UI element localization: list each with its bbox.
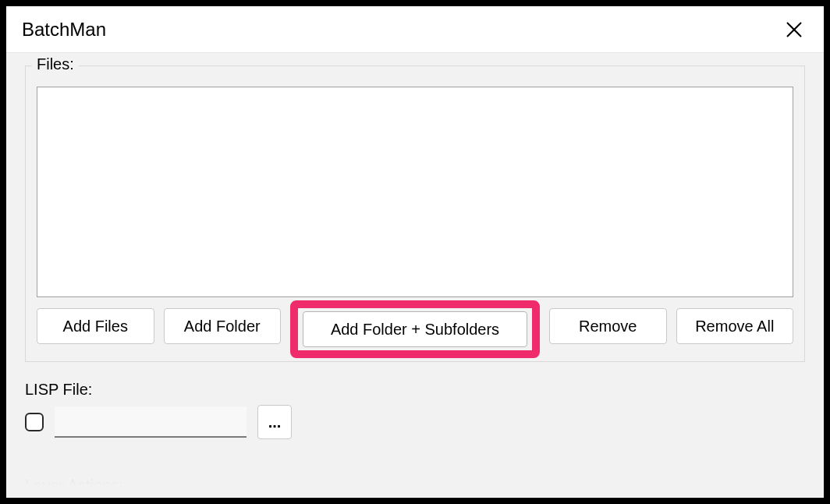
dialog-window: BatchMan Files: Add Files Add Folder Add [6,6,824,498]
title-bar: BatchMan [6,6,824,53]
layer-actions-legend: Layer Actions: [25,477,805,495]
window-title: BatchMan [22,19,780,41]
lisp-row: ... [25,405,805,439]
add-files-button[interactable]: Add Files [37,308,154,344]
lisp-browse-button[interactable]: ... [257,405,292,439]
remove-button[interactable]: Remove [549,308,667,344]
lisp-path-input[interactable] [55,406,247,438]
files-group: Files: Add Files Add Folder Add Folder +… [25,66,805,362]
close-button[interactable] [780,16,808,44]
add-folder-subfolders-button[interactable]: Add Folder + Subfolders [303,311,527,347]
lisp-enable-checkbox[interactable] [25,413,44,431]
add-folder-button[interactable]: Add Folder [164,308,282,344]
lisp-section: LISP File: ... [25,381,805,439]
remove-all-button[interactable]: Remove All [676,308,794,344]
close-icon [785,20,803,39]
highlight-annotation: Add Folder + Subfolders [290,300,540,358]
files-listbox[interactable] [37,87,793,297]
files-legend: Files: [32,55,79,73]
files-button-row: Add Files Add Folder Add Folder + Subfol… [37,308,793,350]
dialog-body: Files: Add Files Add Folder Add Folder +… [6,53,824,498]
lisp-label: LISP File: [25,381,805,399]
